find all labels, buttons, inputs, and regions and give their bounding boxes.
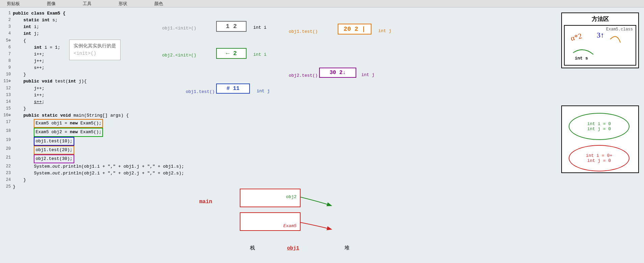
obj2-init-box: ← 2 [216,48,247,59]
code-line-17: 17 Exam5 obj1 = new Exam5(); [3,119,155,128]
code-line-25: 25 } [3,184,155,190]
code-line-19: 19 obj1.test(10); [3,137,155,146]
method-area-scribbles: α*2 3↑ [566,29,627,63]
toolbar-clipboard[interactable]: 剪贴板 [7,1,20,7]
obj2-test-var: int j [361,72,375,77]
obj1-test2-var: int j [257,89,270,94]
code-line-3: 3 int i; [3,24,155,30]
tooltip-box: 实例化其实执行的是 <init>() [69,40,121,60]
code-line-22: 22 System.out.println(obj1.i + "," + obj… [3,163,155,170]
stack-obj2-label: obj2 [286,194,297,199]
obj1-label: obj1 [287,245,299,251]
toolbar-shapes[interactable]: 形状 [119,1,127,7]
obj1-test1-box: 20 2 | [338,24,371,34]
obj1-test1-var: int j [378,28,391,33]
obj1-init-box: 1 2 [216,21,247,32]
toolbar-colors[interactable]: 颜色 [154,1,163,7]
code-line-24: 24 } [3,177,155,184]
code-line-23: 23 System.out.println(obj2.i + "," + obj… [3,170,155,177]
code-line-2: 2 static int s; [3,17,155,24]
toolbar: 剪贴板 图像 工具 形状 颜色 [0,0,644,7]
code-line-11: 11⊕ public void test(int j){ [3,78,155,85]
svg-text:3↑: 3↑ [597,31,604,39]
stack-obj2-box: obj2 [240,189,301,207]
code-line-18: 18 Exam5 obj2 = new Exam5(); [3,128,155,137]
obj1-init-var: int i [253,25,266,30]
code-line-4: 4 int j; [3,30,155,37]
obj2-init-label: obj2.<init>() [162,52,196,58]
obj2-init-var: int i [253,52,266,57]
tooltip-line1: 实例化其实执行的是 [74,43,116,50]
obj1-init-label: obj1.<init>() [162,25,196,31]
stack-exam5-box: Exam5 [240,212,301,231]
heap-label: 堆 [344,245,350,251]
code-panel: 1 public class Exam5 { 2 static int s; 3… [0,7,159,263]
main-area: 1 public class Exam5 { 2 static int s; 3… [0,7,644,263]
code-line-14: 14 s++; [3,99,155,105]
tooltip-line2: <init>() [74,50,116,57]
code-line-15: 15 } [3,105,155,112]
code-line-20: 20 obj1.test(20); [3,146,155,154]
stack-exam5-label: Exam5 [283,223,297,229]
toolbar-image[interactable]: 图像 [47,1,56,7]
code-line-10: 10 } [3,71,155,78]
obj1-test1-label: obj1.test() [289,28,318,34]
code-line-13: 13 i++; [3,92,155,99]
svg-text:α*2: α*2 [570,31,583,43]
code-line-21: 21 obj2.test(30); [3,154,155,163]
obj1-test2-box: # 11 [216,83,250,94]
heap-diagram-box: int i = 0 int j = 0 int i = 0+ int j = 0 [561,105,639,173]
code-line-12: 12 j++; [3,85,155,92]
obj2-test-box: 30 2↓ [319,68,356,78]
toolbar-tools[interactable]: 工具 [83,1,92,7]
method-area-title: 方法区 [564,15,636,23]
code-line-1: 1 public class Exam5 { [3,10,155,17]
code-line-16: 16⊕ public static void main(String[] arg… [3,112,155,119]
heap-oval-2: int i = 0+ int j = 0 [569,145,629,171]
stack-heap-area: main obj2 Exam5 栈 obj1 堆 [169,185,398,253]
main-label: main [199,199,212,205]
diagram-area: obj1.<init>() 1 2 int i obj2.<init>() ← … [159,7,644,263]
code-line-9: 9 s++; [3,65,155,71]
heap-oval-1: int i = 0 int j = 0 [569,113,629,140]
method-area-inner: Exam5.class int s α*2 3↑ [564,25,636,66]
method-area: 方法区 Exam5.class int s α*2 3↑ [561,13,639,68]
obj1-test2-label: obj1.test() [186,89,215,95]
stack-label: 栈 [250,245,255,251]
obj2-test-label: obj2.test() [289,72,318,78]
